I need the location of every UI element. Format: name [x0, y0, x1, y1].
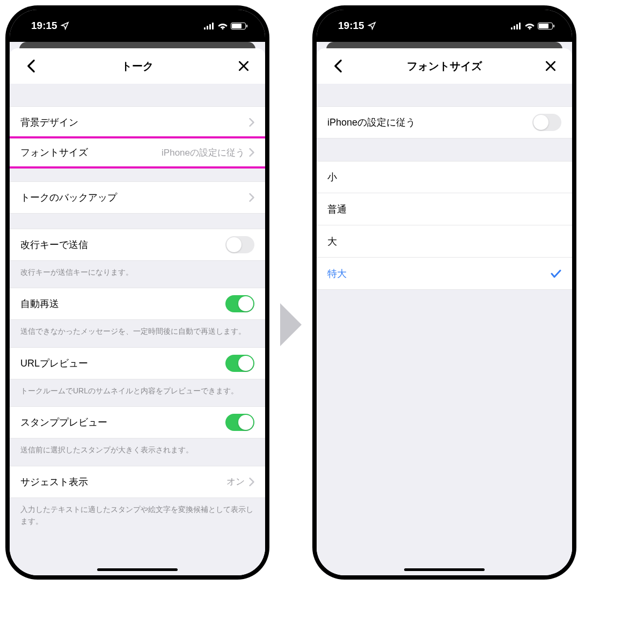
home-indicator[interactable] — [404, 568, 485, 571]
wifi-icon — [218, 23, 228, 30]
toggle-follow-iphone[interactable] — [532, 114, 561, 131]
option-small[interactable]: 小 — [317, 161, 572, 193]
toggle-auto-resend[interactable] — [225, 295, 254, 312]
row-description: 入力したテキストに適したスタンプや絵文字を変換候補として表示します。 — [10, 498, 265, 537]
option-label: 小 — [327, 171, 561, 184]
toggle-url-preview[interactable] — [225, 355, 254, 372]
location-icon — [61, 21, 69, 30]
row-auto-resend: 自動再送 — [10, 288, 265, 320]
status-time: 19:15 — [31, 20, 57, 32]
location-icon — [368, 21, 376, 30]
svg-rect-8 — [514, 26, 515, 30]
option-normal[interactable]: 普通 — [317, 193, 572, 225]
page-title: フォントサイズ — [407, 59, 482, 74]
row-label: サジェスト表示 — [20, 475, 226, 488]
chevron-right-icon — [249, 478, 254, 486]
row-description: 送信できなかったメッセージを、一定時間後に自動で再送します。 — [10, 320, 265, 347]
signal-icon — [204, 23, 215, 30]
svg-marker-6 — [280, 303, 302, 346]
svg-rect-9 — [516, 24, 518, 30]
nav-bar: フォントサイズ — [317, 48, 572, 84]
row-enter-to-send: 改行キーで送信 — [10, 229, 265, 261]
row-background-design[interactable]: 背景デザイン — [10, 106, 265, 138]
option-label: 特大 — [327, 267, 551, 280]
row-label: URLプレビュー — [20, 357, 225, 370]
svg-rect-2 — [209, 24, 211, 30]
row-label: スタンププレビュー — [20, 416, 225, 429]
close-button[interactable] — [540, 55, 561, 77]
signal-icon — [511, 23, 522, 30]
svg-rect-0 — [204, 27, 206, 30]
svg-rect-3 — [212, 23, 214, 30]
back-button[interactable] — [20, 55, 42, 77]
chevron-right-icon — [249, 118, 254, 127]
row-description: トークルームでURLのサムネイルと内容をプレビューできます。 — [10, 379, 265, 406]
arrow-right-icon — [277, 301, 304, 349]
row-label: フォントサイズ — [20, 146, 162, 159]
row-description: 送信前に選択したスタンプが大きく表示されます。 — [10, 438, 265, 465]
svg-rect-7 — [511, 27, 513, 30]
svg-rect-10 — [519, 23, 521, 30]
home-indicator[interactable] — [97, 568, 178, 571]
row-label: 背景デザイン — [20, 116, 249, 129]
option-label: 大 — [327, 235, 561, 248]
close-button[interactable] — [233, 55, 254, 77]
row-suggest[interactable]: サジェスト表示 オン — [10, 466, 265, 498]
svg-rect-1 — [207, 26, 208, 30]
back-button[interactable] — [327, 55, 349, 77]
phone-right: 19:15 フォントサイズ — [312, 5, 576, 580]
row-font-size[interactable]: フォントサイズ iPhoneの設定に従う — [10, 136, 265, 169]
battery-icon — [538, 23, 553, 30]
row-label: iPhoneの設定に従う — [327, 116, 532, 129]
status-bar: 19:15 — [10, 10, 265, 42]
chevron-left-icon — [333, 59, 343, 73]
row-value: iPhoneの設定に従う — [162, 147, 245, 159]
row-label: 自動再送 — [20, 297, 225, 310]
row-stamp-preview: スタンププレビュー — [10, 406, 265, 438]
chevron-right-icon — [249, 193, 254, 202]
row-value: オン — [226, 475, 245, 488]
checkmark-icon — [551, 269, 561, 278]
row-label: トークのバックアップ — [20, 191, 249, 204]
row-label: 改行キーで送信 — [20, 238, 225, 251]
flow-arrow — [275, 38, 307, 612]
row-talk-backup[interactable]: トークのバックアップ — [10, 181, 265, 214]
status-time: 19:15 — [338, 20, 364, 32]
chevron-left-icon — [26, 59, 36, 73]
page-title: トーク — [121, 59, 153, 74]
phone-left: 19:15 トーク — [5, 5, 269, 580]
chevron-right-icon — [249, 148, 254, 157]
option-large[interactable]: 大 — [317, 225, 572, 258]
row-follow-iphone: iPhoneの設定に従う — [317, 106, 572, 138]
wifi-icon — [525, 23, 535, 30]
status-bar: 19:15 — [317, 10, 572, 42]
battery-icon — [231, 23, 246, 30]
row-description: 改行キーが送信キーになります。 — [10, 261, 265, 288]
nav-bar: トーク — [10, 48, 265, 84]
option-xlarge[interactable]: 特大 — [317, 258, 572, 290]
option-label: 普通 — [327, 203, 561, 216]
row-url-preview: URLプレビュー — [10, 347, 265, 379]
toggle-stamp-preview[interactable] — [225, 414, 254, 431]
close-icon — [545, 60, 557, 72]
close-icon — [238, 60, 250, 72]
toggle-enter-to-send[interactable] — [225, 236, 254, 253]
